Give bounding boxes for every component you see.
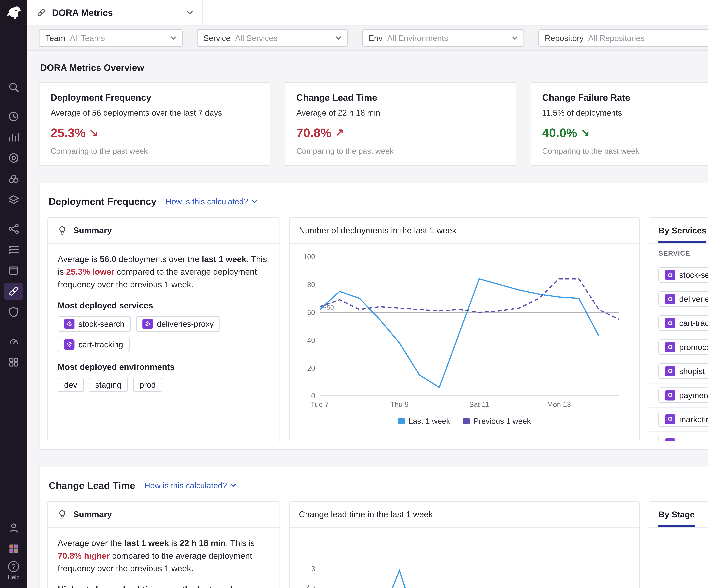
metric-card-title: Deployment Frequency <box>51 92 259 103</box>
sidebar-item-metrics[interactable] <box>4 129 24 146</box>
sidebar-item-security[interactable] <box>4 304 24 321</box>
sidebar-item-software-delivery[interactable] <box>4 283 24 300</box>
service-pill[interactable]: ⚙payments-backend <box>658 387 708 403</box>
team-filter[interactable]: Team All Teams <box>39 29 183 47</box>
environment-pill[interactable]: prod <box>133 378 162 392</box>
page-content: DORA Metrics Overview Deployment Frequen… <box>27 51 708 588</box>
summary-text: Average over the last 1 week is 22 h 18 … <box>58 537 270 575</box>
table-tabs: By Services By Environments <box>649 218 708 244</box>
highest-lead-time-heading: Highest change lead time over the last w… <box>58 584 270 588</box>
service-pill[interactable]: ⚙marketing-campaigns <box>658 412 708 427</box>
overview-heading: DORA Metrics Overview <box>40 62 708 73</box>
table-row[interactable]: ⚙payments-backend 5.71 14.3% ↘ 6 h 0 min <box>649 383 708 408</box>
tab-by-stage[interactable]: By Stage <box>658 502 695 527</box>
services-table-panel: By Services By Environments Service ↓Avg… <box>649 217 708 441</box>
summary-title: Summary <box>73 509 112 519</box>
table-row[interactable]: ⚙cart-tracking 8.38 9.2% ↗ 5 h 20 min <box>649 311 708 335</box>
service-pill[interactable]: ⚙stock-search <box>658 267 708 283</box>
how-calculated-link[interactable]: How is this calculated? <box>166 197 258 206</box>
svg-text:100: 100 <box>303 253 315 261</box>
table-row[interactable]: ⚙shopist 5.86 17.1% ↗ 6 h 24 min <box>649 359 708 383</box>
env-filter-value: All Environments <box>387 33 507 43</box>
service-pill[interactable]: ⚙promocode-checker <box>658 340 708 355</box>
tab-by-services[interactable]: By Services <box>658 218 706 243</box>
table-row[interactable]: ⚙promocode-checker 7.75 13.9% ↘ 5 h 3 mi… <box>649 335 708 359</box>
service-pill[interactable]: ⚙security-scanner <box>658 436 708 441</box>
summary-header: Summary <box>48 502 280 528</box>
legend-swatch <box>398 418 405 424</box>
lead-time-line-chart[interactable]: 00.511.522.53Tue 7Thu 9Sat 11Mon 13 <box>294 533 625 588</box>
sidebar-item-apm[interactable] <box>4 150 24 167</box>
sidebar-item-logs[interactable] <box>4 191 24 208</box>
chevron-down-icon <box>252 200 257 204</box>
legend-item-last-week[interactable]: Last 1 week <box>398 416 450 425</box>
service-name: payments-backend <box>679 390 708 400</box>
lightbulb-icon <box>57 509 67 520</box>
sidebar-item-account[interactable] <box>4 520 24 536</box>
service-pill[interactable]: ⚙cart-tracking <box>58 337 129 352</box>
sidebar-item-network[interactable] <box>4 220 24 237</box>
table-row[interactable]: ⚙stock-search 11.8 26.6% ↘ 4 h 40 min <box>649 263 708 287</box>
service-icon: ⚙ <box>64 319 75 329</box>
section-body: Summary Average is 56.0 deployments over… <box>48 217 708 441</box>
section-body: Summary Average over the last 1 week is … <box>48 501 708 588</box>
sidebar-nav <box>4 77 24 373</box>
change-lead-time-section: Change Lead Time How is this calculated?… <box>39 467 708 588</box>
service-pill[interactable]: ⚙shopist <box>658 363 708 379</box>
sidebar-item-synthetics[interactable] <box>4 170 24 187</box>
sidebar-item-bits-ai[interactable] <box>4 540 24 557</box>
table-row[interactable]: ⚙security-scanner 3.47 8.4% ↘ 8 h 16 min <box>649 432 708 442</box>
service-pill[interactable]: ⚙stock-search <box>58 316 131 332</box>
sidebar-item-search[interactable] <box>4 79 24 96</box>
section-title: Change Lead Time <box>49 480 135 491</box>
metric-card-change-failure-rate: Change Failure Rate 11.5% of deployments… <box>531 82 708 166</box>
repository-filter[interactable]: Repository All Repositories <box>538 29 708 47</box>
chevron-down-icon <box>171 36 176 40</box>
chevron-down-icon <box>335 36 342 40</box>
service-pill[interactable]: ⚙cart-tracking <box>658 315 708 331</box>
svg-text:Tue 7: Tue 7 <box>311 400 329 408</box>
most-deployed-services-heading: Most deployed services <box>58 300 270 310</box>
gauge-icon <box>8 335 20 347</box>
sidebar-item-rum[interactable] <box>4 262 24 279</box>
sidebar-item-more-apps[interactable] <box>4 354 24 371</box>
how-calculated-link[interactable]: How is this calculated? <box>144 481 236 490</box>
legend-item-previous-week[interactable]: Previous 1 week <box>463 416 531 425</box>
summary-title: Summary <box>73 226 112 235</box>
trend-arrow-icon: ↘ <box>89 126 98 139</box>
column-service[interactable]: Service <box>658 249 708 257</box>
metric-card-footer: Comparing to the past week <box>542 146 708 155</box>
sidebar-item-help[interactable]: ? Help <box>4 561 24 581</box>
svg-text:3: 3 <box>311 565 315 573</box>
chart-legend: Last 1 week Previous 1 week <box>294 416 635 425</box>
person-icon <box>8 522 20 534</box>
metric-card-subtitle: Average of 56 deployments over the last … <box>51 108 259 117</box>
service-name: marketing-campaigns <box>679 415 708 424</box>
table-row[interactable]: ⚙deliveries-proxy 9.38 18.1% ↘ 4 h 56 mi… <box>649 287 708 311</box>
datadog-logo[interactable] <box>5 4 22 22</box>
sidebar-item-watchdog[interactable] <box>4 108 24 125</box>
metric-card-footer: Comparing to the past week <box>296 146 505 155</box>
service-icon: ⚙ <box>143 319 153 329</box>
table-row[interactable]: ⚙marketing-campaigns 4.14 18.9% ↘ 7 h 39… <box>649 408 708 432</box>
metric-card-value: 25.3%↘ <box>51 126 259 140</box>
sidebar-item-dashboards[interactable] <box>4 333 24 350</box>
grid-icon <box>8 356 20 368</box>
deployments-line-chart[interactable]: 020406080100Tue 7Thu 9Sat 11Mon 13P50 <box>294 249 625 413</box>
section-header: Change Lead Time How is this calculated?… <box>48 475 708 501</box>
service-name: cart-tracking <box>679 318 708 328</box>
service-filter[interactable]: Service All Services <box>197 29 348 47</box>
legend-label: Previous 1 week <box>473 416 531 425</box>
service-pill[interactable]: ⚙deliveries-proxy <box>658 291 708 307</box>
sidebar-item-events[interactable] <box>4 241 24 258</box>
environment-pill[interactable]: staging <box>89 378 128 392</box>
service-pill[interactable]: ⚙deliveries-proxy <box>136 316 220 332</box>
sidebar-bottom: ? Help <box>4 518 24 583</box>
svg-text:Thu 9: Thu 9 <box>390 400 409 408</box>
environment-pill[interactable]: dev <box>58 378 84 392</box>
service-icon: ⚙ <box>665 294 675 304</box>
dashboard-title-dropdown[interactable]: DORA Metrics <box>27 0 203 26</box>
env-filter[interactable]: Env All Environments <box>362 29 524 47</box>
repository-filter-value: All Repositories <box>588 33 704 43</box>
chart-area: 00.511.522.53Tue 7Thu 9Sat 11Mon 13 <box>290 528 639 588</box>
